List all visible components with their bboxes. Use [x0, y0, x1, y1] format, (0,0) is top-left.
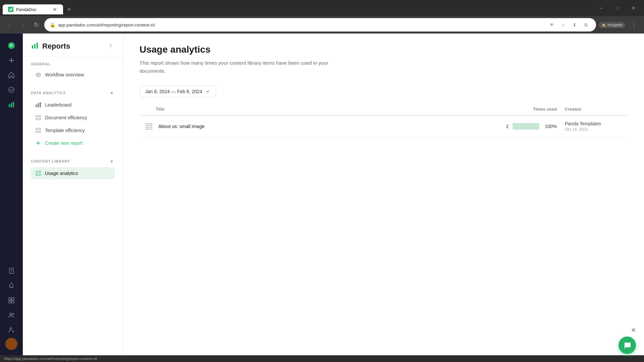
tab-close-button[interactable]: ✕ [52, 6, 58, 12]
data-analytics-label: DATA ANALYTICS [31, 91, 66, 95]
svg-point-20 [12, 313, 14, 315]
row-item-title: About us: small image [158, 124, 205, 129]
new-tab-button[interactable]: + [64, 4, 74, 15]
svg-rect-34 [39, 118, 41, 120]
progress-bar-fill [513, 123, 539, 130]
svg-rect-41 [36, 171, 38, 173]
back-button[interactable]: ‹ [4, 19, 15, 30]
address-bar[interactable]: 🔒 app.pandadoc.com/a/#/reporting/report-… [44, 18, 596, 32]
close-window-button[interactable]: ✕ [626, 3, 641, 13]
data-analytics-section-header: DATA ANALYTICS ▾ [23, 84, 123, 99]
sidebar-item-leaderboard[interactable]: Leaderboard [31, 99, 115, 111]
rail-add-user-icon[interactable] [5, 323, 18, 337]
svg-rect-1 [10, 8, 11, 11]
content-library-items: Usage analytics [23, 167, 123, 183]
maximize-button[interactable]: □ [610, 3, 625, 13]
date-range-text: Jan 8, 2024 — Feb 8, 2024 [145, 89, 202, 94]
sidebar-item-template-efficiency[interactable]: Template efficiency [31, 124, 115, 136]
svg-point-19 [10, 313, 12, 315]
leaderboard-icon [35, 102, 42, 108]
percent-value: 100% [543, 124, 557, 129]
rail-home-icon[interactable] [5, 68, 18, 82]
data-analytics-items: Leaderboard Document efficiency Template… [23, 99, 123, 153]
svg-rect-9 [11, 103, 12, 107]
sidebar-item-document-efficiency[interactable]: Document efficiency [31, 112, 115, 124]
svg-rect-47 [146, 127, 148, 129]
svg-rect-15 [9, 298, 11, 300]
status-url: https://app.pandadoc.com/a/#/reporting/r… [4, 357, 97, 361]
svg-rect-46 [150, 123, 152, 126]
sidebar-item-workflow[interactable]: Workflow overview [31, 69, 115, 81]
address-bar-icons: 👁 ☆ ⬇ ⧉ [547, 20, 591, 29]
browser-menu-button[interactable]: ⋮ [628, 19, 640, 30]
eye-off-icon[interactable]: 👁 [547, 20, 556, 29]
data-analytics-toggle[interactable]: ▾ [108, 89, 115, 96]
times-used-value: 2 [502, 124, 508, 129]
title-column-header: Title [140, 107, 494, 112]
progress-bar [513, 123, 539, 130]
minimize-button[interactable]: ─ [594, 3, 609, 13]
date-filter: Jan 8, 2024 — Feb 8, 2024 [140, 86, 628, 97]
sidebar-item-usage-analytics[interactable]: Usage analytics [31, 167, 115, 179]
help-button[interactable]: ? [106, 42, 115, 51]
rail-templates-icon[interactable] [5, 294, 18, 307]
svg-rect-31 [36, 115, 38, 117]
tab-title: PandaDoc [16, 7, 49, 12]
main-content: Usage analytics This report shows how ma… [123, 34, 644, 355]
svg-rect-26 [37, 43, 38, 49]
split-icon[interactable]: ⧉ [581, 20, 591, 29]
rail-notifications-icon[interactable] [5, 279, 18, 292]
app-container: P [0, 34, 644, 355]
svg-rect-48 [150, 127, 152, 129]
user-avatar[interactable] [5, 338, 17, 350]
svg-rect-43 [36, 174, 38, 176]
chat-close-button[interactable]: ✕ [631, 326, 636, 334]
table-header: Title Times used Created [140, 107, 628, 116]
svg-rect-18 [12, 301, 14, 303]
row-created-cell: Panda Templates Oct 14, 2021 [561, 117, 628, 136]
chat-open-button[interactable] [619, 337, 636, 354]
svg-rect-24 [32, 45, 33, 49]
date-range-button[interactable]: Jan 8, 2024 — Feb 8, 2024 [140, 86, 216, 97]
workflow-icon [35, 71, 42, 78]
table-row[interactable]: About us: small image 2 100% Panda Templ… [140, 116, 628, 137]
create-report-label: Create new report [45, 140, 83, 146]
rail-tasks-icon[interactable] [5, 83, 18, 97]
rail-document-icon[interactable] [5, 264, 18, 278]
lock-icon: 🔒 [50, 22, 55, 27]
svg-rect-42 [39, 171, 41, 173]
content-item-icon [144, 121, 154, 132]
star-icon[interactable]: ☆ [558, 20, 568, 29]
svg-text:P: P [10, 44, 12, 48]
usage-analytics-icon [35, 170, 42, 177]
rail-users-icon[interactable] [5, 308, 18, 322]
svg-rect-33 [39, 115, 41, 117]
create-report-icon [35, 140, 42, 146]
rail-reports-icon[interactable] [5, 98, 18, 111]
sidebar-item-create-report[interactable]: Create new report [31, 137, 115, 149]
svg-rect-16 [12, 298, 14, 300]
rail-add-button[interactable] [5, 54, 18, 67]
rail-logo[interactable]: P [5, 39, 18, 52]
svg-rect-17 [9, 301, 11, 303]
general-section: GENERAL Workflow overview [23, 57, 123, 84]
page-title: Usage analytics [140, 44, 628, 55]
svg-point-14 [11, 288, 12, 289]
chevron-down-icon [205, 89, 210, 94]
svg-rect-30 [40, 102, 41, 107]
svg-rect-45 [146, 123, 148, 126]
reports-icon [31, 42, 39, 51]
svg-point-7 [9, 87, 14, 93]
doc-efficiency-label: Document efficiency [45, 115, 87, 120]
svg-rect-36 [36, 131, 38, 133]
svg-rect-28 [36, 105, 37, 107]
template-efficiency-label: Template efficiency [45, 128, 85, 133]
forward-button[interactable]: › [17, 19, 28, 30]
reload-button[interactable]: ↻ [31, 19, 42, 30]
workflow-label: Workflow overview [45, 72, 84, 77]
svg-rect-38 [39, 131, 41, 133]
content-library-toggle[interactable]: ▾ [108, 158, 115, 165]
tab-favicon [8, 7, 13, 12]
active-tab[interactable]: PandaDoc ✕ [3, 4, 63, 14]
download-icon[interactable]: ⬇ [570, 20, 579, 29]
